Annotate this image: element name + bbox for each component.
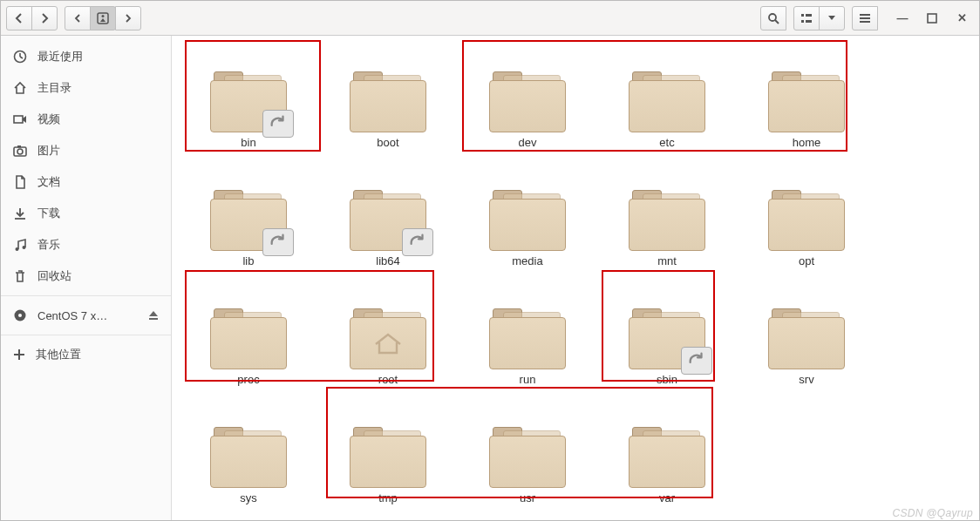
folder-icon <box>627 425 707 488</box>
folder-label: var <box>659 491 675 504</box>
sidebar-item-label: 主目录 <box>37 80 71 96</box>
back-button[interactable] <box>6 6 32 30</box>
folder-mnt[interactable]: mnt <box>597 165 737 267</box>
folder-sbin[interactable]: sbin <box>597 283 737 386</box>
maximize-button[interactable] <box>920 6 944 30</box>
folder-icon <box>208 425 289 488</box>
folder-sys[interactable]: sys <box>179 402 318 504</box>
svg-rect-15 <box>14 116 23 123</box>
folder-root[interactable]: root <box>318 283 458 386</box>
sidebar-other-label: 其他位置 <box>36 347 81 362</box>
folder-label: proc <box>237 373 259 386</box>
folder-dev[interactable]: dev <box>458 46 597 149</box>
folder-bin[interactable]: bin <box>179 46 318 149</box>
folder-label: media <box>512 254 542 267</box>
nav-group <box>6 6 58 30</box>
folder-icon <box>348 307 428 369</box>
document-icon <box>13 175 27 189</box>
music-icon <box>13 238 27 252</box>
folder-icon <box>627 188 707 251</box>
eject-icon[interactable] <box>148 310 159 321</box>
symlink-badge-icon <box>262 110 294 138</box>
folder-usr[interactable]: usr <box>458 402 597 504</box>
folder-label: bin <box>241 136 255 149</box>
view-group <box>760 6 786 30</box>
folder-home[interactable]: home <box>737 46 876 149</box>
close-button[interactable]: ✕ <box>949 6 974 30</box>
folder-label: srv <box>799 373 813 386</box>
sidebar-item-label: 图片 <box>37 143 60 159</box>
folder-label: usr <box>520 491 535 504</box>
svg-rect-18 <box>17 145 21 148</box>
search-button[interactable] <box>760 6 786 30</box>
folder-icon <box>766 70 847 132</box>
titlebar: — ✕ <box>1 1 979 36</box>
folder-label: sbin <box>657 373 677 386</box>
folder-label: sys <box>240 491 257 504</box>
minimize-button[interactable]: — <box>890 6 915 30</box>
forward-button[interactable] <box>31 6 58 30</box>
folder-icon <box>348 70 428 132</box>
symlink-badge-icon <box>262 228 294 256</box>
sidebar-item-3[interactable]: 图片 <box>1 135 171 166</box>
folder-icon <box>766 188 847 251</box>
sidebar-device[interactable]: CentOS 7 x… <box>1 300 171 331</box>
folder-label: boot <box>377 136 398 149</box>
folder-var[interactable]: var <box>597 402 737 504</box>
svg-rect-5 <box>801 20 804 23</box>
sidebar-item-label: 回收站 <box>37 268 71 284</box>
path-next-button[interactable] <box>115 6 141 30</box>
folder-icon <box>487 425 568 488</box>
svg-point-17 <box>17 149 23 154</box>
sidebar-item-1[interactable]: 主目录 <box>1 72 171 104</box>
sidebar-item-7[interactable]: 回收站 <box>1 260 171 292</box>
svg-rect-4 <box>801 14 804 17</box>
menu-button[interactable] <box>852 6 878 30</box>
svg-point-1 <box>102 15 105 17</box>
folder-etc[interactable]: etc <box>597 46 737 149</box>
sidebar-item-label: 下载 <box>37 206 60 221</box>
folder-opt[interactable]: opt <box>737 165 876 267</box>
folder-proc[interactable]: proc <box>179 283 318 386</box>
svg-point-21 <box>23 246 26 249</box>
disc-icon <box>13 308 27 322</box>
folder-icon <box>627 307 707 369</box>
folder-boot[interactable]: boot <box>318 46 458 149</box>
view-dropdown-button[interactable] <box>819 6 845 30</box>
folder-lib[interactable]: lib <box>179 165 318 267</box>
sidebar-item-5[interactable]: 下载 <box>1 198 171 229</box>
svg-point-20 <box>16 247 19 251</box>
folder-run[interactable]: run <box>458 283 597 386</box>
sidebar-item-6[interactable]: 音乐 <box>1 229 171 260</box>
svg-rect-11 <box>928 14 936 23</box>
sidebar-item-label: 音乐 <box>37 237 60 253</box>
folder-icon <box>348 425 428 488</box>
folder-media[interactable]: media <box>458 165 597 267</box>
svg-rect-6 <box>806 14 812 17</box>
sidebar-separator <box>1 335 171 335</box>
path-prev-button[interactable] <box>65 6 91 30</box>
folder-icon <box>627 70 707 132</box>
watermark: CSDN @Qayrup <box>893 507 973 519</box>
clock-icon <box>13 50 27 64</box>
svg-rect-24 <box>149 318 158 320</box>
sidebar-other-locations[interactable]: 其他位置 <box>1 339 171 370</box>
sidebar-item-label: 视频 <box>37 112 60 127</box>
path-current-button[interactable] <box>90 6 116 30</box>
home-emblem-icon <box>373 332 403 355</box>
folder-icon <box>348 188 428 251</box>
svg-point-2 <box>769 14 776 21</box>
folder-label: mnt <box>657 254 677 267</box>
folder-icon <box>487 70 568 132</box>
symlink-badge-icon <box>402 228 433 256</box>
content-area[interactable]: binbootdevetchomeliblib64mediamntoptproc… <box>172 36 979 520</box>
sidebar-item-2[interactable]: 视频 <box>1 104 171 135</box>
folder-label: lib64 <box>376 254 399 267</box>
folder-tmp[interactable]: tmp <box>318 402 458 504</box>
sidebar-item-0[interactable]: 最近使用 <box>1 41 171 72</box>
folder-lib64[interactable]: lib64 <box>318 165 458 267</box>
view-list-button[interactable] <box>793 6 820 30</box>
sidebar-item-4[interactable]: 文档 <box>1 166 171 198</box>
folder-srv[interactable]: srv <box>737 283 876 386</box>
symlink-badge-icon <box>681 347 712 375</box>
